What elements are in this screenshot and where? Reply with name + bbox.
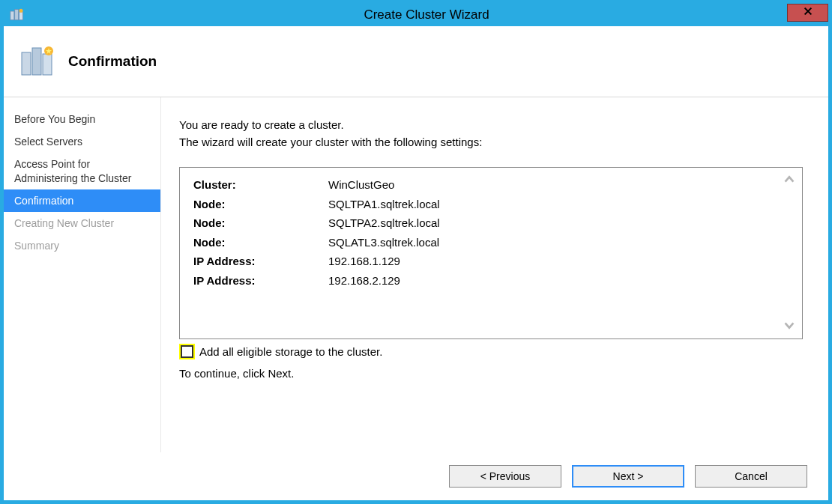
settings-row-value: SQLTPA1.sqltrek.local	[328, 195, 772, 214]
settings-row-label: Node:	[193, 233, 328, 252]
sidebar-step-1[interactable]: Select Servers	[4, 130, 160, 153]
sidebar-step-2[interactable]: Access Point for Administering the Clust…	[4, 153, 160, 189]
chevron-up-icon	[783, 173, 796, 189]
scroll-up-button[interactable]	[781, 172, 798, 189]
previous-button[interactable]: < Previous	[449, 465, 561, 488]
scroll-down-button[interactable]	[781, 318, 798, 334]
intro-text: You are ready to create a cluster. The w…	[179, 117, 803, 151]
svg-rect-6	[43, 54, 52, 75]
wizard-window: Create Cluster Wizard Confirmation Befor…	[0, 0, 832, 504]
intro-line-2: The wizard will create your cluster with…	[179, 134, 803, 151]
settings-row-value: SQLTPA2.sqltrek.local	[328, 213, 772, 233]
close-button[interactable]	[787, 4, 828, 22]
settings-row: IP Address:192.168.1.129	[193, 252, 772, 271]
chevron-down-icon	[783, 318, 796, 334]
svg-rect-2	[19, 12, 23, 20]
continue-hint: To continue, click Next.	[179, 367, 803, 380]
next-button[interactable]: Next >	[572, 465, 684, 488]
settings-summary-box: Cluster:WinClustGeoNode:SQLTPA1.sqltrek.…	[179, 167, 803, 339]
svg-rect-1	[15, 10, 19, 20]
add-storage-checkbox-row: Add all eligible storage to the cluster.	[179, 344, 803, 359]
svg-rect-5	[32, 48, 41, 75]
settings-row-label: IP Address:	[193, 271, 328, 291]
cancel-button[interactable]: Cancel	[695, 465, 807, 488]
settings-row-label: Node:	[193, 213, 328, 233]
settings-row-value: 192.168.2.129	[328, 271, 772, 291]
settings-row: IP Address:192.168.2.129	[193, 271, 772, 291]
checkbox-highlight	[179, 344, 195, 359]
settings-row-value: 192.168.1.129	[328, 252, 772, 271]
settings-row-label: Cluster:	[193, 175, 328, 195]
app-icon	[10, 7, 25, 22]
cluster-icon	[20, 43, 56, 79]
settings-row-value: WinClustGeo	[328, 175, 772, 195]
settings-row: Cluster:WinClustGeo	[193, 175, 772, 195]
settings-row-label: Node:	[193, 195, 328, 214]
sidebar-step-0[interactable]: Before You Begin	[4, 108, 160, 130]
settings-row-label: IP Address:	[193, 252, 328, 271]
settings-row-value: SQLATL3.sqltrek.local	[328, 233, 772, 252]
settings-row: Node:SQLATL3.sqltrek.local	[193, 233, 772, 252]
svg-rect-0	[10, 11, 14, 20]
svg-rect-4	[22, 52, 31, 75]
titlebar: Create Cluster Wizard	[4, 4, 828, 26]
settings-row: Node:SQLTPA2.sqltrek.local	[193, 213, 772, 233]
close-icon	[803, 6, 813, 19]
wizard-steps-sidebar: Before You BeginSelect ServersAccess Poi…	[4, 97, 161, 452]
sidebar-step-5: Summary	[4, 234, 160, 257]
wizard-footer: < Previous Next > Cancel	[4, 452, 828, 500]
content-area: Before You BeginSelect ServersAccess Poi…	[4, 97, 828, 452]
main-panel: You are ready to create a cluster. The w…	[161, 97, 828, 452]
window-title: Create Cluster Wizard	[31, 7, 822, 22]
intro-line-1: You are ready to create a cluster.	[179, 117, 803, 134]
svg-point-3	[19, 9, 23, 13]
page-title: Confirmation	[68, 53, 157, 70]
sidebar-step-3[interactable]: Confirmation	[4, 189, 160, 212]
settings-table: Cluster:WinClustGeoNode:SQLTPA1.sqltrek.…	[193, 175, 772, 290]
header-band: Confirmation	[4, 26, 828, 97]
settings-row: Node:SQLTPA1.sqltrek.local	[193, 195, 772, 214]
sidebar-step-4: Creating New Cluster	[4, 212, 160, 234]
add-storage-checkbox-label[interactable]: Add all eligible storage to the cluster.	[199, 345, 382, 358]
add-storage-checkbox[interactable]	[181, 345, 193, 358]
